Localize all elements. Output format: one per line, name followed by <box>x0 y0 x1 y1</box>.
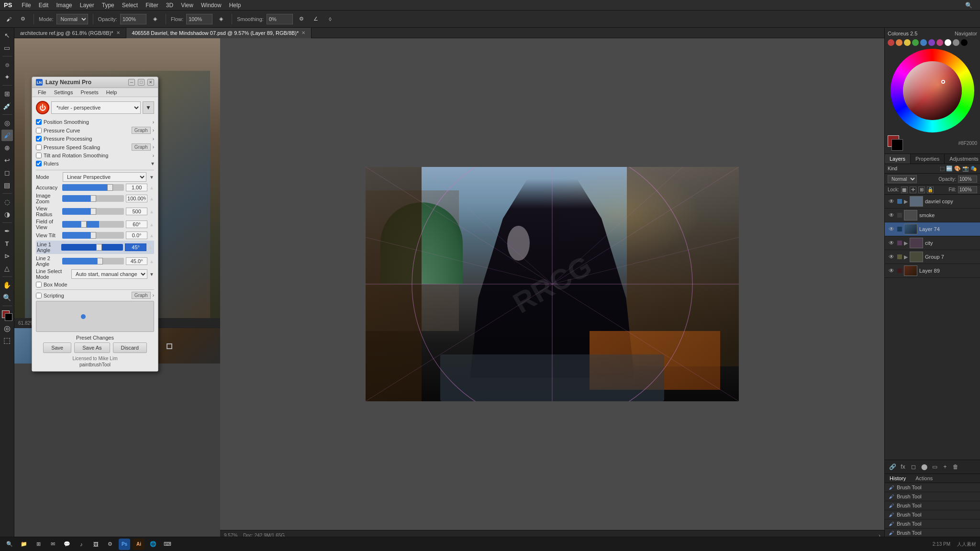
lnp-minimize-btn[interactable]: ─ <box>128 79 135 86</box>
taskbar-folder[interactable]: 📁 <box>18 539 30 550</box>
opacity-input[interactable] <box>120 14 146 24</box>
brush-tool[interactable]: 🖌 <box>1 130 13 141</box>
lnp-rulers-arrow[interactable]: ▾ <box>151 160 154 167</box>
angle-icon[interactable]: ∠ <box>310 13 322 25</box>
layers-mask-btn[interactable]: ◻ <box>909 462 918 472</box>
color-dot-3[interactable] <box>904 39 911 46</box>
color-wheel-inner[interactable] <box>903 61 962 120</box>
doc-tab-main-close[interactable]: ✕ <box>301 30 305 35</box>
lnp-scripting-arrow[interactable]: › <box>153 293 154 298</box>
lnp-line1-angle-slider[interactable] <box>61 244 123 251</box>
history-item-1[interactable]: 🖌 Brush Tool <box>885 483 980 492</box>
taskbar-prefs[interactable]: ⚙ <box>104 539 116 550</box>
brush-icon[interactable]: 🖌 <box>3 13 14 25</box>
history-item-5[interactable]: 🖌 Brush Tool <box>885 519 980 529</box>
layer-item-davriel-copy[interactable]: 👁 ▶ davriel copy <box>885 195 980 209</box>
lnp-line2-angle-input[interactable] <box>126 257 147 265</box>
crop-tool[interactable]: ⊞ <box>1 88 13 99</box>
opacity-pressure-icon[interactable]: ◈ <box>149 13 161 25</box>
lnp-image-zoom-slider[interactable] <box>62 195 124 202</box>
screen-mode-btn[interactable]: ⬚ <box>3 336 11 345</box>
lnp-line1-angle-up[interactable]: ▲ <box>148 245 153 250</box>
lock-position-btn[interactable]: ✛ <box>910 187 916 193</box>
layers-tab-properties[interactable]: Properties <box>911 154 945 164</box>
menu-select[interactable]: Select <box>118 0 142 11</box>
lnp-view-radius-up[interactable]: ▲ <box>149 209 154 214</box>
lock-artboard-btn[interactable]: ⊞ <box>918 187 925 193</box>
lnp-accuracy-up[interactable]: ▲ <box>149 185 154 190</box>
color-cursor[interactable] <box>941 80 945 84</box>
flow-pressure-icon[interactable]: ◈ <box>215 13 227 25</box>
taskbar-messages[interactable]: 💬 <box>61 539 73 550</box>
lnp-fov-slider[interactable] <box>62 221 124 228</box>
lnp-menu-presets[interactable]: Presets <box>77 89 102 96</box>
layer-item-layer89[interactable]: 👁 Layer 89 <box>885 264 980 278</box>
history-tab-history[interactable]: History <box>885 474 911 483</box>
lnp-view-radius-slider[interactable] <box>62 208 124 215</box>
bg-color-swatch[interactable] <box>5 313 12 321</box>
lnp-graph-dot[interactable] <box>81 314 86 319</box>
lnp-restore-btn[interactable]: □ <box>138 79 145 86</box>
history-item-4[interactable]: 🖌 Brush Tool <box>885 510 980 519</box>
dodge-tool[interactable]: ◑ <box>1 209 13 220</box>
layer-item-smoke[interactable]: 👁 smoke <box>885 209 980 222</box>
layer-item-layer74[interactable]: 👁 Layer 74 <box>885 222 980 236</box>
flow-input[interactable] <box>186 14 212 24</box>
fg-bg-colors[interactable] <box>2 310 12 321</box>
lnp-position-smoothing-arrow[interactable]: › <box>153 120 154 125</box>
lnp-accuracy-slider[interactable] <box>62 184 124 191</box>
lnp-save-as-btn[interactable]: Save As <box>74 342 110 353</box>
color-dot-5[interactable] <box>920 39 927 46</box>
zoom-tool[interactable]: 🔍 <box>1 292 13 303</box>
color-dot-6[interactable] <box>928 39 935 46</box>
blur-tool[interactable]: ◌ <box>1 196 13 208</box>
lnp-pressure-curve-graph-btn[interactable]: Graph <box>132 127 151 134</box>
doc-tab-ref-close[interactable]: ✕ <box>116 30 120 35</box>
layer-item-group7[interactable]: 👁 ▶ Group 7 <box>885 250 980 264</box>
layer-visibility-davriel-copy[interactable]: 👁 <box>888 198 895 205</box>
eraser-tool[interactable]: ◻ <box>1 167 13 178</box>
lnp-menu-settings[interactable]: Settings <box>50 89 77 96</box>
doc-tab-ref[interactable]: architecture ref.jpg @ 61.8% (RGB/8B)* ✕ <box>14 28 126 38</box>
lnp-discard-btn[interactable]: Discard <box>113 342 147 353</box>
layer-visibility-city[interactable]: 👁 <box>888 239 895 247</box>
menu-file[interactable]: File <box>18 0 34 11</box>
taskbar-photos[interactable]: 🖼 <box>90 539 101 550</box>
layer-visibility-smoke[interactable]: 👁 <box>888 211 895 219</box>
lnp-mode-select[interactable]: Linear Perspective <box>63 172 146 182</box>
lnp-pressure-processing-arrow[interactable]: › <box>153 136 154 142</box>
layers-link-btn[interactable]: 🔗 <box>888 462 897 472</box>
magic-wand-tool[interactable]: ✦ <box>1 71 13 83</box>
history-item-3[interactable]: 🖌 Brush Tool <box>885 501 980 510</box>
taskbar-music[interactable]: ♪ <box>76 539 87 550</box>
layers-tab-layers[interactable]: Layers <box>885 154 911 164</box>
gradient-tool[interactable]: ▤ <box>1 179 13 191</box>
menu-window[interactable]: Window <box>197 0 225 11</box>
lnp-pressure-curve-checkbox[interactable] <box>36 128 42 133</box>
lnp-close-btn[interactable]: ✕ <box>147 79 154 86</box>
menu-type[interactable]: Type <box>98 0 118 11</box>
lnp-image-zoom-up[interactable]: ▲ <box>149 196 154 201</box>
color-dot-8[interactable] <box>945 39 951 46</box>
taskbar-apps[interactable]: ⊞ <box>33 539 44 550</box>
lnp-box-mode-checkbox[interactable] <box>36 282 42 287</box>
pressure-icon[interactable]: ◊ <box>324 13 336 25</box>
layer-group-arrow-4[interactable]: ▶ <box>904 240 908 246</box>
layers-group-btn[interactable]: ▭ <box>930 462 939 472</box>
quick-mask-btn[interactable]: ◎ <box>4 324 11 333</box>
smoothing-input[interactable] <box>267 14 293 24</box>
menu-help[interactable]: Help <box>225 0 245 11</box>
color-dot-9[interactable] <box>953 39 959 46</box>
lnp-tilt-rotation-arrow[interactable]: › <box>153 153 154 158</box>
color-dot-7[interactable] <box>936 39 943 46</box>
lnp-power-btn[interactable]: ⏻ <box>36 101 49 114</box>
lnp-view-radius-input[interactable] <box>126 208 147 215</box>
taskbar-browser[interactable]: 🌐 <box>147 539 159 550</box>
taskbar-ps[interactable]: Ps <box>119 539 130 550</box>
menu-view[interactable]: View <box>177 0 197 11</box>
lnp-accuracy-input[interactable] <box>126 184 147 191</box>
menu-edit[interactable]: Edit <box>35 0 53 11</box>
layers-delete-btn[interactable]: 🗑 <box>951 462 960 472</box>
lnp-rulers-checkbox[interactable] <box>36 161 42 166</box>
lnp-view-tilt-up[interactable]: ▲ <box>149 233 154 238</box>
